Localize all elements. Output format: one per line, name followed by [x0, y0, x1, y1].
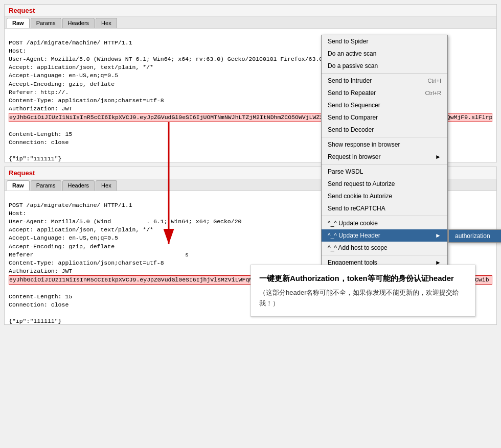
shortcut-repeater: Ctrl+R: [425, 90, 441, 96]
tooltip-subtitle: （这部分header名称可能不全，如果你发现不能更新的，欢迎提交给我！）: [259, 288, 467, 309]
menu-send-sequencer[interactable]: Send to Sequencer: [322, 99, 447, 111]
menu-send-repeater[interactable]: Send to Repeater Ctrl+R: [322, 87, 447, 99]
context-menu: Send to Spider Do an active scan Do a pa…: [321, 35, 448, 269]
menu-passive-scan[interactable]: Do a passive scan: [322, 60, 447, 72]
menu-update-cookie[interactable]: ^_^ Update cookie: [322, 217, 447, 229]
menu-label-update-header: ^_^ Update Header: [328, 232, 380, 239]
bottom-line-7: Content-Type: application/json;charset=u…: [9, 260, 164, 266]
bottom-footer-3: {"ip":"111111"}: [9, 318, 62, 324]
tab-headers-top[interactable]: Headers: [62, 18, 95, 28]
menu-send-cookie-autorize[interactable]: Send cookie to Autorize: [322, 190, 447, 202]
menu-send-autorize[interactable]: Send request to Autorize: [322, 178, 447, 190]
bottom-line-6: Referer s: [9, 251, 189, 258]
arrow-update-header: ►: [435, 232, 441, 239]
menu-label-comparer: Send to Comparer: [328, 114, 378, 121]
tooltip-box: 一键更新Authorization，token等可能的身份认证header （这…: [250, 265, 475, 317]
top-footer-1: Connection: close: [9, 139, 69, 146]
submenu-authorization[interactable]: authorization: [449, 230, 501, 242]
bottom-footer-0: Content-Length: 15: [9, 293, 72, 300]
menu-label-repeater: Send to Repeater: [328, 89, 376, 97]
bottom-line-4: Accept-Language: en-US,en;q=0.5: [9, 234, 118, 241]
menu-show-response-browser[interactable]: Show response in browser: [322, 138, 447, 151]
top-line-0: POST /api/migrate/machine/ HTTP/1.1: [9, 39, 132, 46]
menu-label-parse-wsdl: Parse WSDL: [328, 168, 363, 175]
separator-2: [322, 137, 447, 137]
bottom-line-0: POST /api/migrate/machine/ HTTP/1.1: [9, 202, 132, 208]
menu-send-to-spider[interactable]: Send to Spider: [322, 35, 447, 48]
menu-label-active-scan: Do an active scan: [328, 50, 376, 57]
bottom-line-8: Authorization: JWT: [9, 268, 72, 274]
menu-label-recaptcha: Send to reCAPTCHA: [328, 205, 385, 212]
separator-4: [322, 216, 447, 216]
top-line-8: Authorization: JWT: [9, 105, 72, 112]
submenu-update-header: authorization: [448, 229, 501, 243]
menu-label-sequencer: Send to Sequencer: [328, 102, 380, 109]
menu-label-decoder: Send to Decoder: [328, 126, 374, 133]
top-line-2: User-Agent: Mozilla/5.0 (Windows NT 6.1;…: [9, 56, 323, 62]
tab-raw-bottom[interactable]: Raw: [7, 180, 30, 191]
menu-update-header[interactable]: ^_^ Update Header ►: [322, 229, 447, 242]
menu-parse-wsdl[interactable]: Parse WSDL: [322, 166, 447, 178]
menu-label-passive-scan: Do a passive scan: [328, 62, 378, 69]
tab-hex-bottom[interactable]: Hex: [96, 180, 117, 191]
menu-request-browser[interactable]: Request in browser ►: [322, 151, 447, 163]
menu-send-intruder[interactable]: Send to Intruder Ctrl+I: [322, 75, 447, 87]
top-line-5: Accept-Encoding: gzip, deflate: [9, 81, 115, 87]
top-line-7: Content-Type: application/json;charset=u…: [9, 97, 164, 104]
menu-update-header-container: ^_^ Update Header ► authorization: [322, 229, 447, 242]
separator-5: [322, 255, 447, 255]
arrow-request-browser: ►: [435, 153, 441, 160]
menu-label-spider: Send to Spider: [328, 38, 368, 45]
menu-label-cookie-autorize: Send cookie to Autorize: [328, 193, 392, 200]
top-footer-3: {"ip":"111111"}: [9, 155, 62, 162]
menu-label-intruder: Send to Intruder: [328, 77, 372, 84]
tab-params-bottom[interactable]: Params: [31, 180, 61, 191]
menu-label-request-browser: Request in browser: [328, 153, 380, 160]
bottom-line-1: Host:: [9, 210, 27, 217]
top-footer-0: Content-Length: 15: [9, 131, 72, 137]
tab-headers-bottom[interactable]: Headers: [62, 180, 95, 191]
menu-label-send-autorize: Send request to Autorize: [328, 180, 395, 187]
separator-3: [322, 164, 447, 164]
menu-label-update-cookie: ^_^ Update cookie: [328, 220, 378, 227]
top-tab-bar: Raw Params Headers Hex: [5, 17, 496, 29]
top-line-6: Referer: http://.: [9, 89, 171, 96]
separator-1: [322, 73, 447, 74]
tab-hex-top[interactable]: Hex: [96, 18, 117, 28]
top-line-4: Accept-Language: en-US,en;q=0.5: [9, 72, 118, 79]
bottom-footer-1: Connection: close: [9, 301, 69, 308]
top-line-1: Host:: [9, 48, 27, 54]
menu-send-recaptcha[interactable]: Send to reCAPTCHA: [322, 202, 447, 215]
tab-raw-top[interactable]: Raw: [7, 18, 30, 28]
menu-update-header-row: ^_^ Update Header ►: [322, 229, 447, 242]
shortcut-intruder: Ctrl+I: [427, 78, 441, 84]
top-panel-title: Request: [5, 5, 496, 17]
top-line-3: Accept: application/json, text/plain, */…: [9, 64, 153, 70]
menu-add-host-scope[interactable]: ^_^ Add host to scope: [322, 242, 447, 254]
bottom-line-2: User-Agent: Mozilla/5.0 (Wind . 6.1; Win…: [9, 218, 241, 225]
tooltip-title: 一键更新Authorization，token等可能的身份认证header: [259, 272, 467, 285]
menu-label-add-host: ^_^ Add host to scope: [328, 244, 388, 251]
menu-send-decoder[interactable]: Send to Decoder: [322, 124, 447, 136]
tab-params-top[interactable]: Params: [31, 18, 61, 28]
bottom-line-3: Accept: application/json, text/plain, */…: [9, 226, 153, 233]
menu-active-scan[interactable]: Do an active scan: [322, 48, 447, 60]
menu-label-show-response: Show response in browser: [328, 141, 400, 148]
menu-send-comparer[interactable]: Send to Comparer: [322, 111, 447, 124]
bottom-line-5: Accept-Encoding: gzip, deflate: [9, 243, 115, 250]
